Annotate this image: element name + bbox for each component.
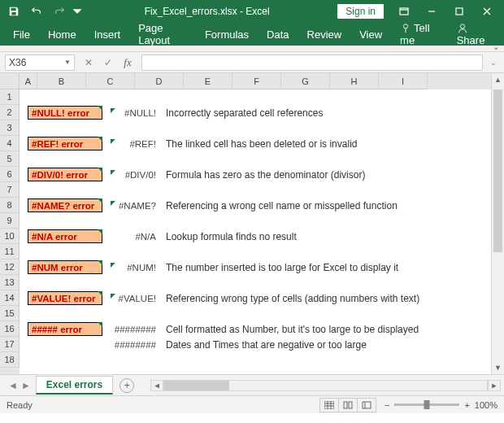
sheet-nav-prev-icon[interactable]: ◄ xyxy=(8,380,18,391)
name-box[interactable]: X36▼ xyxy=(5,55,75,71)
scroll-up-icon[interactable]: ▲ xyxy=(492,73,504,86)
row-header[interactable]: 6 xyxy=(0,167,20,182)
error-description-cell[interactable]: The linked cell has been deleted or is i… xyxy=(166,138,357,150)
row-header[interactable]: 18 xyxy=(0,352,20,368)
error-description-cell[interactable]: The number inserted is too large for Exc… xyxy=(166,262,398,273)
row-header[interactable]: 15 xyxy=(0,306,20,321)
scroll-thumb[interactable] xyxy=(493,89,502,252)
ribbon-tabs: File Home Insert Page Layout Formulas Da… xyxy=(0,23,504,46)
error-label-cell[interactable]: #VALUE! error xyxy=(28,291,102,305)
undo-button[interactable] xyxy=(26,2,47,21)
zoom-level[interactable]: 100% xyxy=(475,400,497,410)
row-header[interactable]: 4 xyxy=(0,136,20,151)
column-header[interactable]: H xyxy=(330,73,379,89)
insert-function-button[interactable]: fx xyxy=(119,55,137,71)
error-label-cell[interactable]: #N/A error xyxy=(28,229,102,243)
quick-access-toolbar xyxy=(3,2,83,21)
tab-review[interactable]: Review xyxy=(299,25,350,44)
row-header[interactable]: 1 xyxy=(0,89,20,105)
row-header[interactable]: 10 xyxy=(0,229,20,244)
new-sheet-button[interactable]: + xyxy=(119,378,134,393)
vertical-scrollbar[interactable]: ▲ ▼ xyxy=(491,73,504,374)
column-header[interactable]: G xyxy=(281,73,330,89)
error-code-cell[interactable]: ######## xyxy=(111,340,159,350)
error-description-cell[interactable]: Incorrectly separated cell references xyxy=(166,107,323,119)
error-label-cell[interactable]: ##### error xyxy=(28,322,102,336)
error-description-cell[interactable]: Formula has zero as the denominator (div… xyxy=(166,169,365,181)
row-header[interactable]: 2 xyxy=(0,105,20,120)
scroll-left-icon[interactable]: ◄ xyxy=(150,380,163,391)
column-header[interactable]: E xyxy=(184,73,232,89)
sheet-nav-next-icon[interactable]: ► xyxy=(21,380,31,391)
row-header[interactable]: 5 xyxy=(0,151,20,167)
tab-home[interactable]: Home xyxy=(40,25,85,44)
zoom-out-button[interactable]: − xyxy=(385,400,389,410)
error-code-cell[interactable]: #NUM! xyxy=(111,263,159,273)
tab-formulas[interactable]: Formulas xyxy=(197,25,257,44)
scroll-right-icon[interactable]: ► xyxy=(488,380,501,391)
error-code-cell[interactable]: ######## xyxy=(111,325,159,334)
row-header[interactable]: 7 xyxy=(0,182,20,198)
error-description-cell[interactable]: Referencing wrong type of cells (adding … xyxy=(166,293,419,304)
enter-formula-icon[interactable]: ✓ xyxy=(99,55,117,71)
row-header[interactable]: 3 xyxy=(0,120,20,136)
row-header[interactable]: 11 xyxy=(0,244,20,259)
zoom-in-button[interactable]: + xyxy=(464,400,469,410)
column-header[interactable]: B xyxy=(37,73,86,89)
page-break-view-button[interactable] xyxy=(357,398,376,412)
sheet-tab-active[interactable]: Excel errors xyxy=(36,376,113,395)
tab-insert[interactable]: Insert xyxy=(86,25,129,44)
normal-view-button[interactable] xyxy=(319,398,339,412)
cancel-formula-icon[interactable]: ✕ xyxy=(80,55,98,71)
sign-in-button[interactable]: Sign in xyxy=(337,4,384,19)
row-header[interactable]: 17 xyxy=(0,337,20,352)
page-layout-view-button[interactable] xyxy=(338,398,358,412)
column-header[interactable]: C xyxy=(86,73,135,89)
svg-point-8 xyxy=(460,24,464,28)
column-header[interactable]: D xyxy=(135,73,184,89)
tab-view[interactable]: View xyxy=(351,25,390,44)
collapse-ribbon-icon[interactable]: ⌄ xyxy=(493,42,499,51)
svg-rect-14 xyxy=(344,402,347,408)
error-code-cell[interactable]: #REF! xyxy=(111,139,159,149)
tab-file[interactable]: File xyxy=(5,25,38,44)
svg-rect-3 xyxy=(456,8,463,15)
horizontal-scrollbar[interactable]: ◄ ► xyxy=(150,380,501,391)
save-button[interactable] xyxy=(3,2,24,21)
error-description-cell[interactable]: Referencing a wrong cell name or misspel… xyxy=(166,200,398,212)
qat-customize-icon[interactable] xyxy=(72,2,83,21)
error-description-cell[interactable]: Cell formatted as Number, but it's too l… xyxy=(166,324,419,335)
svg-rect-9 xyxy=(324,401,334,409)
row-header[interactable]: 8 xyxy=(0,198,20,213)
column-header[interactable]: F xyxy=(232,73,281,89)
row-header[interactable]: 13 xyxy=(0,275,20,290)
error-code-cell[interactable]: #NULL! xyxy=(111,108,159,118)
row-header[interactable]: 12 xyxy=(0,259,20,275)
redo-button[interactable] xyxy=(49,2,70,21)
error-code-cell[interactable]: #VALUE! xyxy=(111,294,159,303)
error-description-cell[interactable]: Lookup formula finds no result xyxy=(166,231,297,242)
error-label-cell[interactable]: #DIV/0! error xyxy=(28,168,102,181)
row-header[interactable]: 16 xyxy=(0,321,20,337)
error-label-cell[interactable]: #NULL! error xyxy=(28,106,102,120)
error-code-cell[interactable]: #DIV/0! xyxy=(111,170,159,180)
zoom-slider[interactable] xyxy=(394,403,459,406)
error-code-cell[interactable]: #NAME? xyxy=(111,201,159,211)
tab-data[interactable]: Data xyxy=(259,25,297,44)
select-all-corner[interactable] xyxy=(0,73,20,89)
error-label-cell[interactable]: #NAME? error xyxy=(28,198,102,212)
error-label-cell[interactable]: #NUM error xyxy=(28,260,102,274)
scroll-down-icon[interactable]: ▼ xyxy=(492,361,504,374)
expand-formula-bar-icon[interactable]: ⌄ xyxy=(488,59,499,67)
cells-area[interactable]: #NULL! error#NULL!Incorrectly separated … xyxy=(20,89,491,374)
formula-input[interactable] xyxy=(141,55,483,71)
status-text: Ready xyxy=(7,400,33,410)
error-label-cell[interactable]: #REF! error xyxy=(28,137,102,150)
error-code-cell[interactable]: #N/A xyxy=(111,232,159,242)
error-description-cell[interactable]: Dates and Times that are negative or too… xyxy=(166,339,367,351)
row-header[interactable]: 9 xyxy=(0,213,20,229)
column-header[interactable]: I xyxy=(379,73,428,89)
column-header[interactable]: A xyxy=(20,73,37,89)
status-bar: Ready − + 100% xyxy=(0,395,504,413)
row-header[interactable]: 14 xyxy=(0,290,20,306)
